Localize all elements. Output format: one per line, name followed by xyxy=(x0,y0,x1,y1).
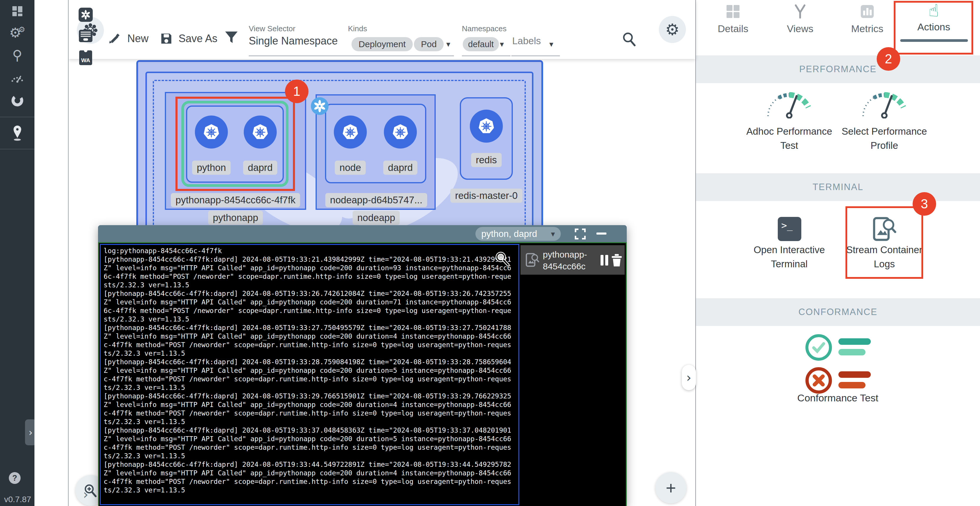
pod-label-redis: redis-master-0 xyxy=(450,188,523,203)
adhoc-performance-test-action[interactable] xyxy=(764,87,814,120)
terminal-body: log:pythonapp-8454cc66c-4f7fk [pythonapp… xyxy=(98,242,627,506)
help-button[interactable]: ? xyxy=(9,472,21,484)
save-icon xyxy=(161,33,172,44)
terminal-window: python, daprd ▾ log:pythonapp-8454cc66c-… xyxy=(98,225,627,506)
sidebar-item-wasm[interactable]: WA xyxy=(69,50,102,65)
panel-divider xyxy=(695,0,696,506)
gauge-icon xyxy=(764,87,814,118)
check-circle-icon xyxy=(805,334,832,361)
kind-chip-pod[interactable]: Pod xyxy=(414,37,444,51)
minimize-icon[interactable] xyxy=(597,233,606,235)
metrics-chart-icon xyxy=(860,4,875,19)
fullscreen-icon[interactable] xyxy=(574,228,586,239)
sidebar-item-performance[interactable] xyxy=(0,70,35,85)
tab-metrics-label: Metrics xyxy=(838,23,897,35)
annotation-number: 2 xyxy=(885,51,892,66)
stream-tab-pythonapp[interactable]: pythonapp- 8454cc66c xyxy=(520,245,625,275)
kind-chip-deployment[interactable]: Deployment xyxy=(352,37,413,51)
save-as-button[interactable]: Save As xyxy=(161,32,218,45)
tab-views-label: Views xyxy=(771,23,830,35)
version-label: v0.7.87 xyxy=(4,495,31,504)
location-pin-icon xyxy=(11,125,24,142)
kubernetes-icon xyxy=(389,121,412,144)
annotation-circle-3: 3 xyxy=(913,192,936,216)
container-label-node: node xyxy=(335,161,366,175)
tab-details[interactable]: Details xyxy=(703,4,762,35)
terminal-titlebar[interactable]: python, daprd ▾ xyxy=(98,225,627,242)
conformance-test-label: Conformance Test xyxy=(791,391,885,405)
labels-input[interactable]: Labels xyxy=(512,35,541,46)
dapr-spiral-icon xyxy=(313,100,326,113)
kinds-label: Kinds xyxy=(348,24,367,33)
pause-icon[interactable] xyxy=(605,255,608,265)
wa-badge-icon: WA xyxy=(79,50,92,65)
tab-views[interactable]: Views xyxy=(771,4,830,35)
details-grid-icon xyxy=(725,4,740,19)
views-branch-icon xyxy=(793,4,808,19)
filter-funnel-icon xyxy=(224,30,239,45)
adhoc-performance-test-label: Adhoc Performance Test xyxy=(742,125,836,153)
namespaces-underline xyxy=(462,56,511,56)
view-selector-dropdown[interactable]: Single Namespace ▾ xyxy=(249,35,364,47)
container-node[interactable] xyxy=(334,115,367,148)
performance-section-header: PERFORMANCE xyxy=(696,56,980,83)
sidebar-divider xyxy=(0,117,35,117)
stream-tab-line1: pythonapp- xyxy=(543,249,587,260)
secondary-sidebar-expand[interactable]: › xyxy=(69,487,102,501)
container-redis[interactable] xyxy=(470,110,503,143)
open-interactive-terminal-label: Open Interactive Terminal xyxy=(742,243,836,271)
pass-line-icon xyxy=(838,338,871,345)
sidebar-item-archive[interactable] xyxy=(69,29,102,43)
tab-metrics[interactable]: Metrics xyxy=(838,4,897,35)
add-button[interactable]: + xyxy=(655,472,687,503)
secondary-sidebar: WA › xyxy=(35,0,68,506)
save-as-button-label: Save As xyxy=(178,32,217,45)
container-selector-dropdown[interactable]: python, daprd ▾ xyxy=(476,227,561,241)
dapr-logo-icon xyxy=(79,8,93,22)
sidebar-item-locations-active[interactable] xyxy=(0,124,35,143)
labels-underline xyxy=(511,56,560,56)
new-button[interactable]: New xyxy=(108,32,148,45)
donut-icon xyxy=(10,93,25,108)
chevron-right-icon: › xyxy=(687,370,692,385)
stream-logs-icon xyxy=(525,252,539,268)
kubernetes-icon xyxy=(339,121,362,144)
sidebar-item-chaos[interactable] xyxy=(0,93,35,109)
pause-icon[interactable] xyxy=(601,255,603,265)
filter-button[interactable] xyxy=(224,30,239,46)
dapr-sidecar-badge xyxy=(311,97,329,115)
log-output-pane[interactable]: log:pythonapp-8454cc66c-4f7fk [pythonapp… xyxy=(100,244,519,505)
chevron-right-icon: › xyxy=(29,426,33,438)
sidebar-item-tools[interactable]: ⚲ xyxy=(0,48,35,62)
search-button[interactable] xyxy=(622,31,637,48)
search-icon xyxy=(622,31,637,46)
trash-icon[interactable] xyxy=(611,254,622,267)
namespaces-dropdown-arrow[interactable]: ▾ xyxy=(500,40,504,49)
stream-tab-line2: 8454cc66c xyxy=(543,260,587,272)
container-daprd-node[interactable] xyxy=(384,115,417,148)
labels-dropdown-arrow[interactable]: ▾ xyxy=(549,40,554,49)
sidebar-item-dashboard[interactable] xyxy=(0,5,35,18)
tab-details-label: Details xyxy=(703,23,762,35)
annotation-number: 1 xyxy=(293,84,300,99)
select-performance-profile-action[interactable] xyxy=(859,87,909,120)
pod-label-pythonapp: pythonapp-8454cc66c-4f7fk xyxy=(171,193,300,207)
inbox-tray-icon xyxy=(79,29,93,42)
primary-sidebar: ⚙ ⚙ ⚲ › ? v0.7.87 xyxy=(0,0,35,506)
terminal-prompt-icon: >_ xyxy=(781,220,793,231)
pass-line-icon xyxy=(838,349,865,355)
kinds-dropdown-arrow[interactable]: ▾ xyxy=(446,40,450,49)
sidebar-item-dapr-app[interactable] xyxy=(69,7,102,22)
annotation-box-1 xyxy=(175,97,295,191)
settings-button[interactable]: ⚙ xyxy=(659,16,686,43)
open-interactive-terminal-action[interactable]: >_ xyxy=(778,217,801,241)
sidebar-item-settings[interactable]: ⚙ ⚙ xyxy=(0,26,35,40)
annotation-circle-2: 2 xyxy=(877,47,900,71)
namespace-chip-default[interactable]: default xyxy=(463,37,499,51)
pod-label-nodeapp: nodeapp-d64b5747... xyxy=(325,193,427,207)
tools-icon: ⚲ xyxy=(12,47,22,63)
panel-collapse-handle[interactable]: › xyxy=(682,365,696,390)
namespace-label-nodeapp: nodeapp xyxy=(353,211,400,225)
container-label-redis: redis xyxy=(471,153,502,167)
stream-tab-label: pythonapp- 8454cc66c xyxy=(543,249,587,272)
